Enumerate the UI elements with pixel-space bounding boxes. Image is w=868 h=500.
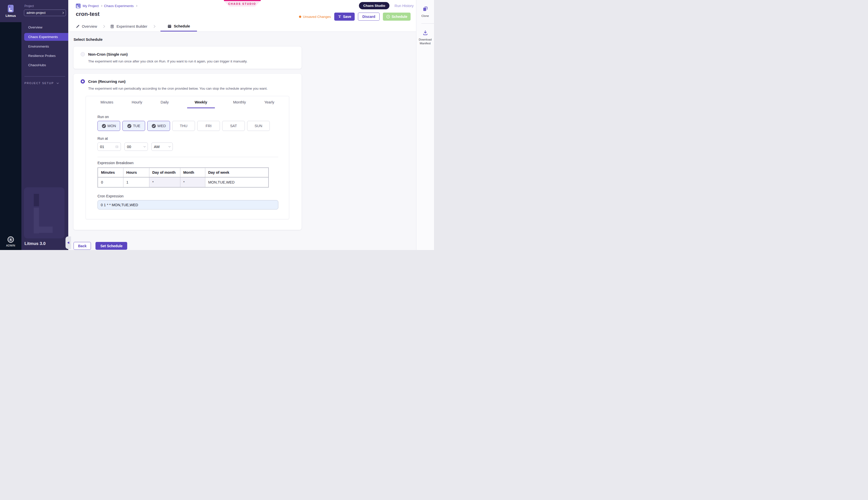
cron-builder-card: Minutes Hourly Daily Weekly Monthly Year…: [86, 96, 289, 219]
cell-minutes: 0: [98, 177, 123, 187]
table-value-row: 0 1 * * MON,TUE,WED: [98, 177, 269, 187]
project-setup-toggle[interactable]: PROJECT SETUP: [24, 82, 65, 84]
litmus-logo[interactable]: Litmus: [0, 0, 21, 22]
set-schedule-button[interactable]: Set Schedule: [95, 242, 127, 250]
calendar-icon: [168, 24, 171, 28]
breadcrumb-separator-icon: [101, 5, 102, 7]
project-name: admin-project: [26, 11, 46, 15]
day-buttons: MON TUE WED THU FRI: [98, 121, 289, 131]
step-separator-icon: [102, 25, 105, 28]
non-cron-title: Non-Cron (Single run): [88, 52, 128, 56]
freq-tab-monthly[interactable]: Monthly: [233, 100, 246, 108]
admin-label: ADMIN: [6, 244, 15, 247]
non-cron-card: Non-Cron (Single run) The experiment wil…: [74, 47, 302, 69]
view-toggle: Chaos Studio Run History: [359, 2, 414, 9]
sidebar-item-environments[interactable]: Environments: [21, 43, 68, 50]
day-button-fri[interactable]: FRI: [197, 121, 220, 131]
litmus-watermark: [24, 187, 65, 238]
day-button-wed[interactable]: WED: [147, 121, 170, 131]
freq-tab-minutes[interactable]: Minutes: [101, 100, 113, 108]
meridiem-select[interactable]: AM: [151, 143, 173, 151]
clone-action[interactable]: Clone: [421, 6, 429, 18]
app-root: Litmus A ADMIN Project admin-project Ove…: [0, 0, 434, 250]
number-pad-icon: [115, 145, 119, 149]
rail-divider: [421, 23, 434, 24]
day-button-mon[interactable]: MON: [98, 121, 120, 131]
cron-title: Cron (Recurring run): [88, 79, 125, 83]
sidebar-item-chaos-experiments[interactable]: Chaos Experiments: [24, 33, 68, 41]
nav-divider: [24, 76, 65, 77]
back-button[interactable]: Back: [74, 242, 91, 250]
breadcrumb-my-project[interactable]: My Project: [83, 4, 99, 8]
check-circle-icon: [151, 124, 156, 128]
col-header-hours: Hours: [123, 168, 149, 177]
main-area: CHAOS STUDIO My Project Chaos Experiment…: [68, 0, 416, 250]
sidebar-item-resilience-probes[interactable]: Resilience Probes: [21, 52, 68, 59]
breadcrumb-separator-icon: [136, 5, 137, 7]
cell-day-of-month: *: [149, 177, 180, 187]
freq-tab-hourly[interactable]: Hourly: [132, 100, 142, 108]
unsaved-changes-status: Unsaved Changes: [299, 15, 331, 19]
project-selector[interactable]: admin-project: [24, 10, 66, 16]
breadcrumb-chaos-experiments[interactable]: Chaos Experiments: [104, 4, 134, 8]
play-circle-icon: [386, 15, 390, 19]
discard-button[interactable]: Discard: [358, 13, 379, 21]
check-circle-icon: [127, 124, 132, 128]
check-circle-icon: [102, 124, 106, 128]
sidebar-nav: Project admin-project Overview Chaos Exp…: [21, 0, 68, 250]
ribbon-label: CHAOS STUDIO: [224, 1, 261, 7]
cell-month: *: [180, 177, 205, 187]
freq-tab-yearly[interactable]: Yearly: [264, 100, 274, 108]
download-manifest-action[interactable]: Download Manifest: [417, 30, 433, 45]
experiment-steps: Overview Experiment Builder: [76, 21, 197, 32]
chaos-studio-ribbon: CHAOS STUDIO: [224, 0, 261, 7]
pin-save-icon: [338, 15, 341, 19]
admin-profile: A ADMIN: [6, 236, 15, 247]
nav-items: Overview Chaos Experiments Environments …: [21, 23, 68, 70]
litmus-logo-label: Litmus: [5, 14, 16, 18]
tab-experiment-builder[interactable]: Experiment Builder: [110, 21, 147, 32]
cron-expression-input[interactable]: [98, 200, 278, 209]
footer-buttons: Back Set Schedule: [74, 242, 416, 250]
litmus-mini-icon: [76, 3, 81, 8]
day-button-sat[interactable]: SAT: [222, 121, 245, 131]
cell-day-of-week: MON,TUE,WED: [205, 177, 269, 187]
cron-radio[interactable]: [81, 79, 85, 83]
tab-overview[interactable]: Overview: [76, 21, 97, 32]
col-header-month: Month: [180, 168, 205, 177]
run-history-toggle[interactable]: Run History: [394, 4, 414, 8]
project-label: Project: [24, 4, 68, 8]
day-button-thu[interactable]: THU: [172, 121, 195, 131]
download-manifest-label: Download Manifest: [417, 38, 433, 45]
save-button[interactable]: Save: [334, 13, 355, 21]
freq-tab-daily[interactable]: Daily: [161, 100, 169, 108]
chaos-studio-toggle[interactable]: Chaos Studio: [359, 2, 390, 9]
time-inputs: 00 AM: [98, 143, 289, 151]
sidebar-item-overview[interactable]: Overview: [21, 24, 68, 31]
freq-tab-weekly[interactable]: Weekly: [187, 100, 215, 108]
header-actions: Unsaved Changes Save Discard Schedule: [299, 13, 410, 21]
version-label: Litmus 3.0: [24, 241, 46, 246]
avatar[interactable]: A: [8, 236, 14, 243]
hour-input[interactable]: [100, 145, 114, 149]
col-header-day-of-week: Day of week: [205, 168, 269, 177]
day-button-tue[interactable]: TUE: [122, 121, 145, 131]
col-header-minutes: Minutes: [98, 168, 123, 177]
schedule-content: Select Schedule Non-Cron (Single run) Th…: [68, 32, 416, 250]
experiment-builder-icon: [110, 24, 114, 29]
expression-breakdown-label: Expression Breakdown: [98, 161, 289, 165]
sidebar-collapse-handle[interactable]: [66, 236, 71, 249]
sidebar-item-chaoshubs[interactable]: ChaosHubs: [21, 61, 68, 69]
expression-breakdown-table: Minutes Hours Day of month Month Day of …: [98, 168, 269, 188]
tab-schedule[interactable]: Schedule: [160, 21, 197, 32]
col-header-day-of-month: Day of month: [149, 168, 180, 177]
minute-select[interactable]: 00: [124, 143, 148, 151]
chevron-right-icon: [62, 12, 64, 14]
cron-expression-label: Cron Expression: [98, 194, 289, 198]
cron-description: The experiment will run periodically acc…: [88, 87, 295, 90]
non-cron-radio[interactable]: [81, 52, 85, 56]
clone-label: Clone: [421, 14, 429, 18]
day-button-sun[interactable]: SUN: [247, 121, 270, 131]
frequency-tabs: Minutes Hourly Daily Weekly Monthly Year…: [86, 96, 289, 108]
schedule-button-disabled[interactable]: Schedule: [383, 13, 410, 21]
